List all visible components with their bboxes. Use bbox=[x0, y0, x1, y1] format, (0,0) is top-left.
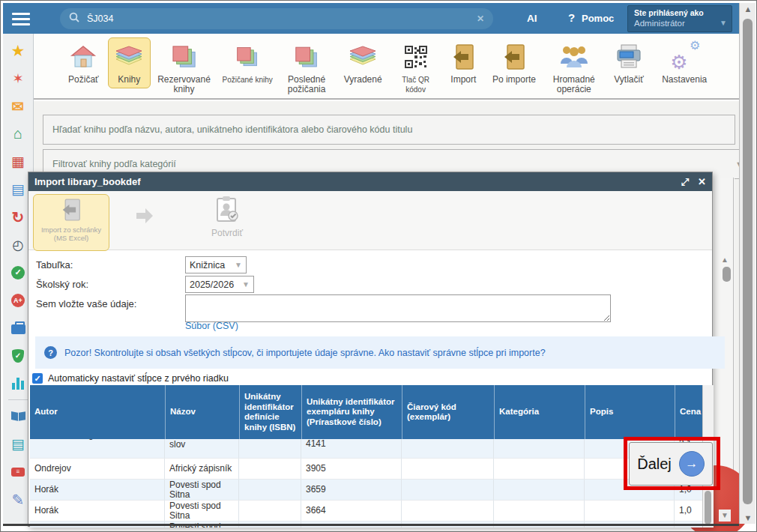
import-door-icon bbox=[61, 198, 81, 225]
warning-banner: ? Pozor! Skontrolujte si obsah všetkých … bbox=[35, 336, 725, 369]
toolbar-button-tlac-qr-kodov[interactable]: Tlač QR kódov bbox=[390, 37, 441, 98]
sidebar-item-home[interactable]: ⌂ bbox=[3, 120, 33, 148]
toolbar-label: Hromadné operácie bbox=[545, 75, 603, 94]
stacked-books-icon bbox=[295, 41, 319, 73]
page-scrollbar-up-icon[interactable]: ▲ bbox=[721, 256, 729, 264]
sidebar-item-mail[interactable]: ✉ bbox=[3, 92, 33, 120]
toolbar-label: Rezervované knihy bbox=[153, 75, 215, 94]
csv-file-link[interactable]: Súbor (CSV) bbox=[185, 321, 238, 331]
chat-bubble-icon: ≡ bbox=[11, 468, 25, 477]
cell-isbn bbox=[239, 439, 301, 459]
briefcase-icon bbox=[11, 324, 25, 334]
signed-in-user: Administrátor bbox=[634, 19, 726, 28]
cell-autor: Horák bbox=[30, 501, 165, 522]
toolbar-button-rezervovane-knihy[interactable]: Rezervované knihy bbox=[151, 37, 217, 98]
search-input[interactable] bbox=[85, 13, 471, 25]
toolbar-button-posledne-pozicania[interactable]: Posledné požičania bbox=[277, 37, 336, 98]
cell-nazov: Africký zápisník bbox=[165, 459, 239, 480]
autoset-checkbox[interactable]: ✓ bbox=[32, 373, 43, 384]
table-row[interactable]: Ondrejov Africký zápisník 3905 bbox=[30, 459, 702, 480]
school-year-select[interactable]: 2025/2026▼ bbox=[185, 276, 254, 293]
book-search-input[interactable] bbox=[43, 115, 735, 144]
toolbar-button-po-importe[interactable]: Po importe bbox=[486, 37, 543, 88]
cell-kategoria bbox=[494, 459, 585, 480]
scroll-down-icon[interactable]: ▼ bbox=[740, 513, 756, 522]
paste-data-textarea[interactable] bbox=[185, 294, 611, 322]
cell-autor: Ondrejov bbox=[30, 459, 165, 480]
library-book-icon bbox=[11, 412, 25, 420]
cell-popis bbox=[585, 501, 675, 522]
school-year-label: Školský rok: bbox=[36, 279, 88, 290]
dialog-title: Import library_bookdef bbox=[34, 176, 672, 187]
global-search[interactable]: ✕ bbox=[60, 8, 493, 29]
help-icon[interactable]: ? bbox=[568, 11, 575, 24]
toolbar-label: Po importe bbox=[492, 75, 536, 85]
cell-nazov: Povesti spod Sitna bbox=[165, 501, 239, 522]
close-icon[interactable]: ✕ bbox=[698, 176, 706, 187]
page-scrollbar-down-icon[interactable]: ▼ bbox=[719, 510, 731, 522]
home-icon: ⌂ bbox=[13, 125, 22, 142]
toolbar-label: Požičané knihy bbox=[223, 75, 273, 85]
column-header-kategoria: Kategória bbox=[494, 385, 585, 439]
warning-help-link[interactable]: Ako nastaviť správne stĺpce pri importe? bbox=[378, 348, 546, 358]
search-icon bbox=[69, 12, 79, 25]
cell-ciarovy-kod bbox=[402, 439, 494, 459]
book-search-box[interactable] bbox=[43, 115, 735, 145]
confirm-button[interactable]: Potvrdiť bbox=[197, 196, 257, 238]
import-from-clipboard-button[interactable]: Import zo schránky (MS Excel) bbox=[33, 194, 109, 251]
sidebar-item-wizard[interactable]: ✶ bbox=[3, 64, 33, 92]
help-button[interactable]: Pomoc bbox=[582, 13, 614, 24]
toolbar-button-knihy[interactable]: Knihy bbox=[108, 37, 151, 88]
column-header-popis: Popis bbox=[585, 385, 675, 439]
window-scrollbar[interactable]: ▲ ▼ bbox=[739, 3, 756, 524]
toolbar-label: Tlač QR kódov bbox=[392, 75, 439, 94]
maximize-icon[interactable]: ⤢ bbox=[681, 176, 689, 188]
column-header-isbn: Unikátny identifikátor definície knihy (… bbox=[239, 385, 301, 439]
table-row[interactable]: Horák Povesti spod Sitna 3664 1,0 bbox=[30, 501, 702, 522]
toolbar-button-hromadne-operacie[interactable]: Hromadné operácie bbox=[543, 37, 606, 98]
table-row[interactable]: Ivanová Šalingová Slovník cudzích slov 4… bbox=[30, 439, 702, 459]
import-button-label: Import zo schránky (MS Excel) bbox=[34, 226, 109, 242]
toolbar-button-vytlacit[interactable]: Vytlačiť bbox=[606, 37, 653, 88]
house-icon bbox=[70, 41, 97, 73]
question-icon: ? bbox=[44, 346, 57, 359]
cell-prirastkove: 3664 bbox=[301, 501, 402, 522]
toolbar-button-import[interactable]: Import bbox=[441, 37, 486, 88]
cell-kategoria bbox=[494, 501, 585, 522]
table-select[interactable]: Knižnica▼ bbox=[185, 256, 247, 273]
cell-prirastkove: 3905 bbox=[301, 459, 402, 480]
cell-ciarovy-kod bbox=[402, 501, 494, 522]
school-year-value: 2025/2026 bbox=[190, 279, 234, 290]
table-row[interactable]: Horák Povesti spod Sitna 3659 1,0 bbox=[30, 480, 702, 501]
import-door-icon bbox=[452, 41, 474, 73]
page-scrollbar-thumb[interactable] bbox=[723, 267, 731, 282]
table-select-value: Knižnica bbox=[190, 260, 225, 270]
toolbar-button-nastavenia[interactable]: ⚙⚙ Nastavenia bbox=[652, 37, 717, 88]
gears-icon: ⚙⚙ bbox=[670, 41, 699, 73]
sidebar-item-star[interactable]: ★ bbox=[3, 37, 33, 64]
scroll-up-icon[interactable]: ▲ bbox=[740, 4, 756, 13]
autoset-columns-row: ✓ Automaticky nastaviť stĺpce z prvého r… bbox=[32, 373, 229, 384]
layers-icon bbox=[114, 41, 144, 73]
pen-icon: ✎ bbox=[12, 491, 25, 509]
window-scrollbar-thumb[interactable] bbox=[743, 19, 753, 504]
cell-kategoria bbox=[494, 439, 585, 459]
hamburger-menu-icon[interactable] bbox=[12, 10, 30, 28]
clear-search-icon[interactable]: ✕ bbox=[477, 13, 484, 24]
toolbar-button-pozicane-knihy[interactable]: Požičané knihy bbox=[217, 37, 277, 88]
printer-icon bbox=[615, 41, 642, 73]
column-header-prirastkove-cislo: Unikátny identifikátor exempláru knihy (… bbox=[301, 385, 402, 439]
warning-text: Pozor! Skontrolujte si obsah všetkých st… bbox=[64, 348, 376, 358]
toolbar-button-pozicat[interactable]: Požičať bbox=[59, 37, 108, 88]
toolbar-button-vyradene[interactable]: Vyradené bbox=[336, 37, 390, 88]
star-icon: ★ bbox=[11, 42, 25, 60]
cell-nazov: Slovník cudzích slov bbox=[165, 439, 239, 459]
people-group-icon bbox=[559, 41, 589, 73]
top-bar: ✕ AI ? Pomoc Ste prihlásený ako Administ… bbox=[3, 3, 739, 34]
next-button[interactable]: Ďalej → bbox=[629, 442, 713, 486]
user-menu[interactable]: Ste prihlásený ako Administrátor ▼ bbox=[627, 5, 732, 32]
table-scrollbar-thumb[interactable] bbox=[705, 491, 711, 525]
qr-code-icon bbox=[405, 41, 427, 73]
table-field-label: Tabuľka: bbox=[36, 259, 73, 270]
ai-button[interactable]: AI bbox=[527, 13, 537, 24]
